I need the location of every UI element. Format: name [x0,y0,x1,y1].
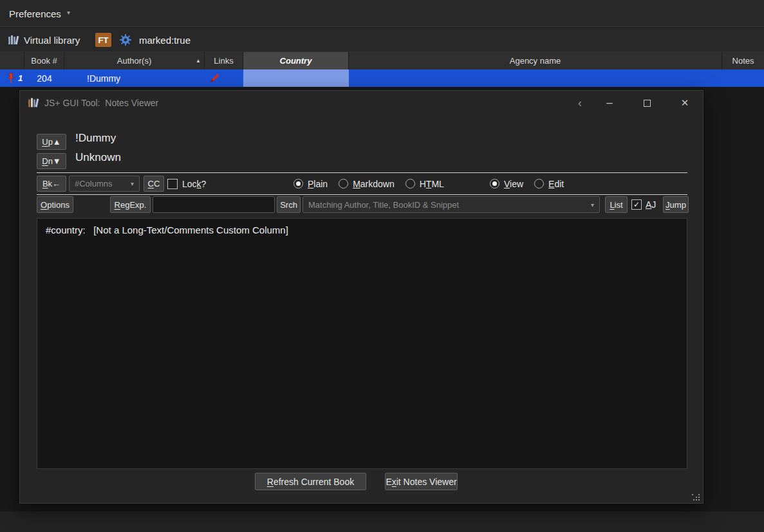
lock-checkbox[interactable]: Lock? [167,176,206,192]
close-icon[interactable]: ✕ [674,91,696,115]
minimize-icon[interactable]: – [599,91,620,115]
format-radio-group: Plain Markdown HTML [293,176,444,192]
radio-html-label: HTML [420,179,444,189]
srch-button[interactable]: Srch [277,196,301,213]
options-button[interactable]: Options [37,196,73,213]
lock-label: Lock? [182,179,206,189]
down-button[interactable]: Dn▼ [37,153,66,169]
search-input[interactable] [153,196,275,213]
menubar: Preferences ▾ [0,0,764,27]
header-authors-label: Author(s) [117,56,151,66]
status-strip [0,511,764,532]
radio-plain-label: Plain [308,179,328,189]
jump-button[interactable]: Jump [663,196,689,213]
radio-edit-circle [534,179,544,188]
ft-badge[interactable]: FT [95,33,111,47]
refresh-current-book-button[interactable]: Refresh Current Book [255,473,366,490]
toolbar: Virtual library FT marked:true [0,28,764,52]
cell-country [243,69,349,87]
resize-grip[interactable] [692,493,700,500]
radio-plain-circle [293,179,303,188]
header-country-label: Country [280,56,312,66]
regexp-button[interactable]: RegExp. [110,196,151,213]
columns-dropdown-value: #Columns [75,179,113,188]
cell-book-num: 204 [24,69,64,87]
current-book-title: !Dummy [75,132,116,145]
radio-markdown[interactable]: Markdown [339,179,395,189]
header-pin-column[interactable] [0,52,24,69]
virtual-library-label: Virtual library [24,35,80,46]
divider [37,172,687,173]
library-icon [8,35,19,45]
aj-checkbox-box: ✓ [631,199,642,210]
radio-view-circle [490,179,499,188]
match-dropdown-placeholder: Matching Author, Title, BookID & Snippet [308,200,459,210]
table-header: Book # Author(s) ▲ Links Country Agency … [0,52,764,69]
maximize-icon[interactable] [636,91,658,115]
maximize-box [644,100,651,107]
chevron-down-icon: ▾ [67,9,70,16]
virtual-library-button[interactable]: Virtual library [8,28,80,52]
header-notes[interactable]: Notes [722,52,764,69]
aj-checkbox[interactable]: ✓ AJ [631,196,656,213]
chevron-down-icon: ▾ [591,201,594,208]
header-country[interactable]: Country [243,52,349,69]
radio-edit[interactable]: Edit [534,179,564,189]
dialog-title: JS+ GUI Tool: Notes Viewer [44,91,158,115]
divider [37,194,687,195]
back-book-button[interactable]: Bk← [37,176,66,192]
exit-notes-viewer-button[interactable]: Exit Notes Viewer [385,473,458,490]
notes-viewer-dialog: JS+ GUI Tool: Notes Viewer ‹ – ✕ Up▲ !Du… [19,90,703,504]
list-button[interactable]: List [605,196,628,213]
cc-button[interactable]: CC [144,176,164,192]
up-button[interactable]: Up▲ [37,134,66,150]
columns-dropdown[interactable]: #Columns ▾ [69,176,140,192]
radio-plain[interactable]: Plain [293,179,328,189]
cell-authors: !Dummy [87,69,120,87]
lock-checkbox-box [167,179,178,189]
pin-icon[interactable] [6,73,16,84]
header-agency-label: Agency name [510,56,561,66]
checkmark-icon: ✓ [633,200,640,209]
dialog-library-icon [28,97,39,108]
chevron-down-icon: ▾ [131,180,134,187]
current-book-author: Unknown [75,151,121,164]
radio-edit-label: Edit [548,179,564,189]
dialog-titlebar[interactable]: JS+ GUI Tool: Notes Viewer ‹ – ✕ [20,91,703,115]
app-window: Preferences ▾ Virtual library FT [0,0,764,532]
notes-content[interactable]: #country: [Not a Long-Text/Comments Cust… [37,218,687,469]
header-notes-label: Notes [732,56,754,66]
header-agency[interactable]: Agency name [349,52,722,69]
radio-html-circle [405,179,415,188]
search-query-text[interactable]: marked:true [139,28,191,52]
header-book-num-label: Book # [31,56,57,66]
row-index: 1 [18,69,23,87]
radio-view-label: View [504,179,523,189]
header-links[interactable]: Links [205,52,243,69]
radio-html[interactable]: HTML [405,179,444,189]
sort-ascending-icon: ▲ [196,58,201,64]
radio-markdown-circle [339,179,348,188]
table-row[interactable]: 1 204 !Dummy [0,69,764,87]
radio-markdown-label: Markdown [353,179,395,189]
radio-view[interactable]: View [490,179,523,189]
preferences-label: Preferences [9,8,61,19]
link-pen-icon[interactable] [209,72,221,84]
header-links-label: Links [214,56,233,66]
back-icon[interactable]: ‹ [569,91,591,115]
preferences-menu[interactable]: Preferences ▾ [9,0,70,27]
aj-label: AJ [646,199,656,210]
header-book-num[interactable]: Book # [24,52,64,69]
match-dropdown[interactable]: Matching Author, Title, BookID & Snippet… [303,196,600,213]
header-authors[interactable]: Author(s) ▲ [64,52,205,69]
gear-icon[interactable] [119,33,132,46]
mode-radio-group: View Edit [490,176,564,192]
